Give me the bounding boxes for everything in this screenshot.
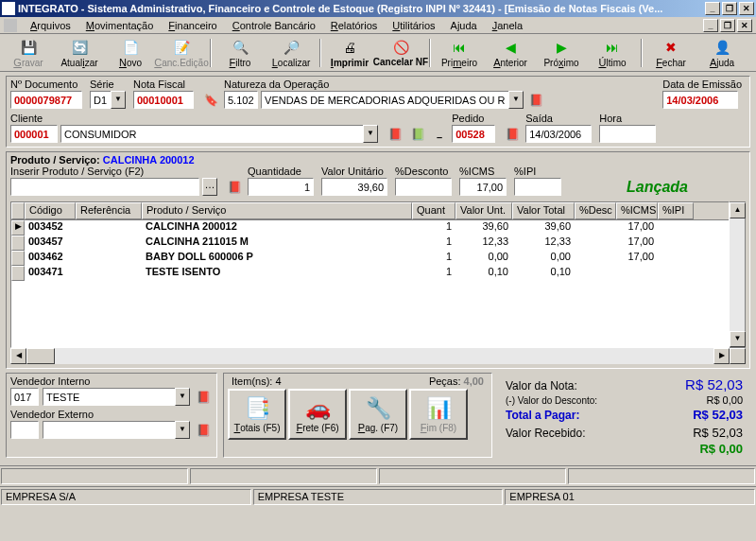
toolbar-anterior[interactable]: ◀Anterior (486, 36, 535, 70)
menu-janela[interactable]: Janela (485, 19, 530, 32)
vendedor-externo-code[interactable] (10, 421, 39, 439)
serie-input[interactable] (90, 91, 111, 109)
table-row[interactable]: ▶003452CALCINHA 200012139,6039,6017,00 (11, 220, 729, 236)
product-ellipsis-button[interactable]: … (202, 178, 217, 196)
menu-relatórios[interactable]: Relatórios (323, 19, 386, 32)
toolbar-cancelarnf[interactable]: 🚫Cancelar NF (376, 36, 425, 70)
toolbar-fechar[interactable]: ✖Fechar (646, 36, 696, 70)
grid-col-2[interactable]: Produto / Serviço (142, 202, 412, 219)
toolbar-localizar[interactable]: 🔎Localizar (266, 36, 316, 70)
toolbar-primeiro[interactable]: ⏮Primeiro (435, 36, 484, 70)
cliente-nome-input[interactable] (60, 125, 363, 143)
bigbtn-pagf[interactable]: 🔧Pag. (F7) (349, 389, 407, 440)
vendedor-interno-code[interactable] (10, 388, 39, 406)
maximize-button[interactable]: ❐ (722, 2, 737, 15)
close-button[interactable]: ✕ (739, 2, 754, 15)
product-entry-group: Produto / Serviço: CALCINHA 200012 Inser… (6, 151, 750, 369)
desconto-input[interactable] (395, 178, 452, 196)
cliente-code-input[interactable] (10, 125, 58, 143)
minimize-button[interactable]: _ (705, 2, 720, 15)
product-lookup-icon[interactable]: 📕 (225, 178, 244, 196)
grid-col-3[interactable]: Quant (412, 202, 455, 219)
toolbar-atualizar[interactable]: 🔄Atualizar (55, 36, 104, 70)
saida-input[interactable] (525, 125, 592, 143)
toolbar-ajuda[interactable]: 👤Ajuda (697, 36, 747, 70)
cliente-add-icon[interactable]: 📕 (386, 125, 404, 143)
child-window-icon (4, 19, 17, 32)
grid-col-8[interactable]: %IPI (658, 202, 694, 219)
scroll-thumb[interactable] (26, 348, 55, 364)
natureza-desc-input[interactable] (261, 91, 508, 109)
grid-col-0[interactable]: Código (25, 202, 76, 219)
nf-lookup-icon[interactable]: 🔖 (201, 91, 220, 109)
grid-col-1[interactable]: Referência (76, 202, 142, 219)
quantidade-input[interactable] (248, 178, 314, 196)
grid-col-6[interactable]: %Desc (575, 202, 616, 219)
cliente-edit-icon[interactable]: 📗 (408, 125, 427, 143)
ipi-label: %IPI (514, 166, 561, 177)
child-close-button[interactable]: ✕ (737, 19, 752, 32)
nf-label: Nota Fiscal (133, 79, 194, 90)
vend-ext-lookup-icon[interactable]: 📕 (194, 421, 213, 439)
pedido-input[interactable] (452, 125, 495, 143)
statusbar-2: EMPRESA S/A EMPRESA TESTE EMPRESA 01 (0, 486, 756, 507)
toolbar-imprimir[interactable]: 🖨Imprimir (325, 36, 374, 70)
scroll-left-button[interactable]: ◀ (10, 348, 26, 364)
vend-int-dropdown[interactable]: ▼ (175, 388, 190, 406)
vendedor-interno-nome[interactable] (43, 388, 175, 406)
scroll-right-button[interactable]: ▶ (713, 348, 730, 364)
toolbar-filtro[interactable]: 🔍Filtro (215, 36, 265, 70)
valor-desconto-label: (-) Valor do Desconto: (506, 395, 597, 406)
natureza-lookup-icon[interactable]: 📕 (526, 91, 545, 109)
Fechar-icon: ✖ (662, 38, 680, 57)
grid-col-5[interactable]: Valor Total (512, 202, 575, 219)
grid-col-4[interactable]: Valor Unt. (455, 202, 512, 219)
serie-dropdown-button[interactable]: ▼ (111, 91, 126, 109)
menu-financeiro[interactable]: Financeiro (161, 19, 224, 32)
scroll-down-button[interactable]: ▼ (730, 331, 746, 347)
vend-ext-dropdown[interactable]: ▼ (175, 421, 190, 439)
table-row[interactable]: 003457CALCINHA 211015 M112,3312,3317,00 (11, 236, 729, 251)
ipi-input[interactable] (514, 178, 561, 196)
natureza-code-input[interactable] (224, 91, 258, 109)
grid-horizontal-scrollbar[interactable]: ◀ ▶ (10, 348, 746, 364)
cliente-dropdown-button[interactable]: ▼ (363, 125, 378, 143)
valor-unitario-input[interactable] (321, 178, 387, 196)
table-row[interactable]: 003471TESTE ISENTO10,100,10 (11, 266, 729, 281)
menu-controle bancário[interactable]: Controle Bancário (225, 19, 323, 32)
child-restore-button[interactable]: ❐ (720, 19, 735, 32)
bigbtn-fretef[interactable]: 🚗Frete (F6) (288, 389, 347, 440)
child-minimize-button[interactable]: _ (703, 19, 718, 32)
doc-num-input[interactable] (10, 91, 82, 109)
app-icon (2, 2, 15, 15)
insert-product-input[interactable] (10, 178, 199, 196)
items-grid[interactable]: CódigoReferênciaProduto / ServiçoQuantVa… (10, 201, 730, 348)
grid-col-7[interactable]: %ICMS (616, 202, 658, 219)
table-row[interactable]: 003462BABY DOLL 600006 P10,000,0017,00 (11, 251, 729, 266)
menu-ajuda[interactable]: Ajuda (443, 19, 485, 32)
bigbtn-totaisf[interactable]: 📑Totais (F5) (228, 389, 286, 440)
toolbar-ltimo[interactable]: ⏭Último (588, 36, 637, 70)
toolbar-prximo[interactable]: ▶Próximo (537, 36, 586, 70)
nf-input[interactable] (133, 91, 194, 109)
menu-movimentação[interactable]: Movimentação (78, 19, 162, 32)
vendedor-interno-label: Vendedor Interno (10, 375, 213, 387)
emissao-input[interactable] (662, 91, 738, 109)
Filtro-icon: 🔍 (231, 38, 249, 57)
Último-label: Último (598, 57, 626, 68)
natureza-dropdown-button[interactable]: ▼ (508, 91, 524, 109)
toolbar-novo[interactable]: 📄Novo (106, 36, 155, 70)
Localizar-icon: 🔎 (282, 38, 301, 57)
pedido-lookup-icon[interactable]: 📕 (503, 125, 522, 143)
scroll-up-button[interactable]: ▲ (730, 202, 746, 218)
toolbar-separator (641, 39, 643, 67)
vendedor-externo-nome[interactable] (43, 421, 175, 439)
grid-vertical-scrollbar[interactable]: ▲ ▼ (730, 201, 746, 348)
Último-icon: ⏭ (603, 38, 622, 57)
saida-label: Saída (525, 113, 592, 124)
hora-input[interactable] (599, 125, 656, 143)
menu-arquivos[interactable]: Arquivos (23, 19, 78, 32)
icms-input[interactable] (459, 178, 507, 196)
vend-int-lookup-icon[interactable]: 📕 (194, 388, 213, 406)
menu-utilitários[interactable]: Utilitários (385, 19, 442, 32)
